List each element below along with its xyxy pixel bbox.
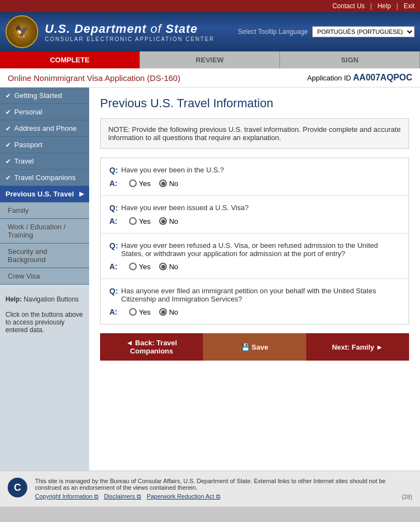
q4-yes-option[interactable]: Yes (129, 308, 150, 316)
questions-box: Q: Have you ever been in the U.S.? A: Ye… (100, 158, 409, 324)
dept-subtitle: CONSULAR ELECTRONIC APPLICATION CENTER (45, 36, 214, 42)
q4-text: Has anyone ever filed an immigrant petit… (121, 287, 400, 303)
language-select[interactable]: PORTUGUÊS (PORTUGUESE) ENGLISH ESPAÑOL (… (312, 26, 415, 37)
question-3: Q: Have you ever been refused a U.S. Vis… (101, 234, 409, 279)
q3-yes-radio[interactable] (129, 263, 137, 270)
q3-no-label: No (169, 263, 178, 271)
footer-description: This site is managed by the Bureau of Co… (35, 478, 394, 491)
q3-no-option[interactable]: No (159, 263, 178, 271)
sidebar-item-previous-travel[interactable]: Previous U.S. Travel ▶ (0, 186, 89, 202)
a3-row: A: Yes No (109, 262, 400, 271)
q1-yes-label: Yes (139, 179, 150, 188)
q4-yes-label: Yes (139, 308, 150, 316)
note-text: NOTE: Provide the following previous U.S… (108, 125, 401, 142)
q2-text: Have you ever been issued a U.S. Visa? (121, 204, 249, 212)
q3-label: Q: (109, 241, 118, 258)
sidebar-label: Previous U.S. Travel (5, 190, 74, 198)
question-2-row: Q: Have you ever been issued a U.S. Visa… (109, 204, 400, 212)
q2-yes-option[interactable]: Yes (129, 217, 150, 225)
q2-label: Q: (109, 204, 118, 212)
sidebar-item-personal[interactable]: ✔ Personal (0, 104, 89, 120)
question-1: Q: Have you ever been in the U.S.? A: Ye… (101, 158, 409, 196)
q2-yes-radio[interactable] (129, 217, 137, 225)
sidebar-item-work-education[interactable]: Work / Education / Training (0, 219, 89, 243)
check-icon: ✔ (5, 92, 11, 100)
question-4: Q: Has anyone ever filed an immigrant pe… (101, 279, 409, 324)
top-bar: Contact Us | Help | Exit (0, 0, 420, 12)
q1-no-label: No (169, 179, 178, 188)
q2-no-label: No (169, 217, 178, 225)
a4-label: A: (109, 308, 120, 316)
q4-no-option[interactable]: No (159, 308, 178, 316)
sidebar-label: Crew Visa (8, 272, 40, 280)
q1-label: Q: (109, 166, 118, 175)
q2-no-option[interactable]: No (159, 217, 178, 225)
sidebar-label: Getting Started (14, 91, 62, 100)
copyright-link[interactable]: Copyright Information ⧉ (35, 493, 98, 500)
back-button[interactable]: ◄ Back: Travel Companions (100, 333, 203, 361)
footer-logo: C (8, 478, 27, 497)
check-icon: ✔ (5, 174, 11, 182)
footer-links: Copyright Information ⧉ Disclaimers ⧉ Pa… (35, 493, 394, 500)
header: 🦅 U.S. Department of State CONSULAR ELEC… (0, 12, 420, 51)
paperwork-link[interactable]: Paperwork Reduction Act ⧉ (147, 493, 220, 500)
sidebar-item-travel[interactable]: ✔ Travel (0, 153, 89, 170)
bottom-nav: ◄ Back: Travel Companions 💾 Save Next: F… (100, 333, 409, 361)
tooltip-label: Select Tooltip Language (238, 28, 308, 36)
q4-yes-radio[interactable] (129, 308, 137, 316)
dept-name: U.S. Department of State (45, 22, 214, 36)
save-button[interactable]: 💾 Save (203, 333, 306, 361)
contact-link[interactable]: Contact Us (332, 2, 365, 10)
sidebar-item-crew-visa[interactable]: Crew Visa (0, 268, 89, 285)
sidebar-item-address[interactable]: ✔ Address and Phone (0, 120, 89, 137)
page-title: Previous U.S. Travel Information (100, 96, 409, 111)
question-3-row: Q: Have you ever been refused a U.S. Vis… (109, 241, 400, 258)
q4-label: Q: (109, 287, 118, 303)
sidebar-label: Travel Companions (14, 173, 75, 182)
q1-yes-option[interactable]: Yes (129, 179, 150, 188)
step-sign: SIGN (280, 51, 420, 68)
sidebar-item-travel-companions[interactable]: ✔ Travel Companions (0, 170, 89, 186)
step-complete: COMPLETE (0, 51, 140, 68)
q3-text: Have you ever been refused a U.S. Visa, … (121, 241, 400, 258)
q4-no-label: No (169, 308, 178, 316)
sidebar-help: Help: Navigation Buttons Click on the bu… (0, 290, 89, 339)
sidebar-label: Work / Education / Training (8, 223, 84, 239)
a2-row: A: Yes No (109, 217, 400, 225)
check-icon: ✔ (5, 108, 11, 116)
header-title: U.S. Department of State CONSULAR ELECTR… (45, 22, 214, 42)
a4-row: A: Yes No (109, 308, 400, 316)
q2-yes-label: Yes (139, 217, 150, 225)
next-button[interactable]: Next: Family ► (306, 333, 409, 361)
q1-no-option[interactable]: No (159, 179, 178, 188)
arrow-icon: ▶ (79, 190, 84, 198)
app-id-area: Application ID AA007AQPOC (307, 73, 412, 83)
sidebar-item-family[interactable]: Family (0, 202, 89, 219)
q1-yes-radio[interactable] (129, 179, 137, 187)
q3-yes-option[interactable]: Yes (129, 263, 150, 271)
app-id: AA007AQPOC (353, 73, 412, 82)
help-text: Click on the buttons above to access pre… (5, 311, 84, 334)
sidebar-item-security[interactable]: Security and Background (0, 243, 89, 268)
help-link[interactable]: Help (377, 2, 391, 10)
a3-label: A: (109, 262, 120, 271)
help-label: Help: (5, 295, 22, 303)
a1-row: A: Yes No (109, 179, 400, 188)
disclaimers-link[interactable]: Disclaimers ⧉ (104, 493, 141, 500)
exit-link[interactable]: Exit (404, 2, 415, 10)
sidebar-label: Security and Background (8, 247, 84, 264)
a1-label: A: (109, 179, 120, 188)
q2-no-radio[interactable] (159, 217, 167, 225)
help-title: Navigation Buttons (24, 295, 79, 303)
q3-no-radio[interactable] (159, 263, 167, 270)
app-title: Online Nonimmigrant Visa Application (DS… (8, 73, 180, 83)
q4-no-radio[interactable] (159, 308, 167, 316)
check-icon: ✔ (5, 125, 11, 132)
check-icon: ✔ (5, 141, 11, 149)
main-layout: ✔ Getting Started ✔ Personal ✔ Address a… (0, 88, 420, 471)
q1-no-radio[interactable] (159, 179, 167, 187)
question-1-row: Q: Have you ever been in the U.S.? (109, 166, 400, 175)
sidebar-item-passport[interactable]: ✔ Passport (0, 137, 89, 153)
sidebar-item-getting-started[interactable]: ✔ Getting Started (0, 88, 89, 104)
footer-text: This site is managed by the Bureau of Co… (35, 478, 394, 500)
